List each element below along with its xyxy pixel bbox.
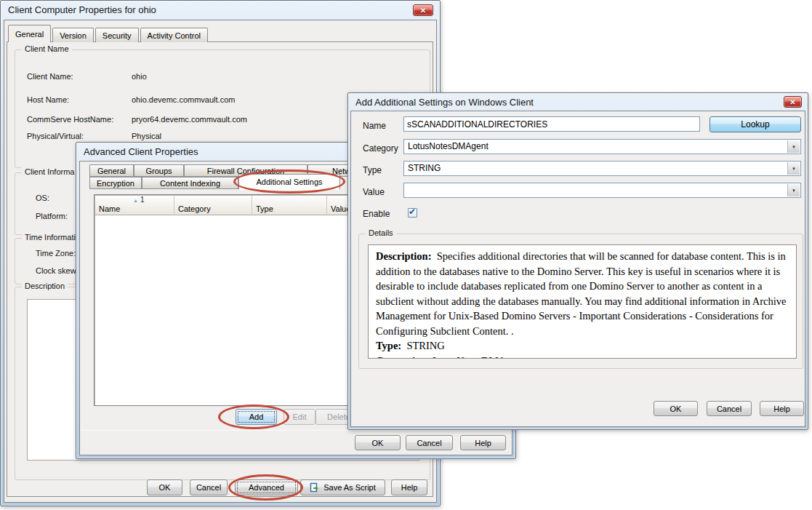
save-as-script-button[interactable]: Save As Script — [300, 479, 385, 495]
time-zone-label: Time Zone: — [36, 249, 76, 258]
commserve-hostname-label: CommServe HostName: — [27, 115, 113, 124]
adv-help-button[interactable]: Help — [460, 435, 506, 450]
edit-button[interactable]: Edit — [284, 409, 315, 425]
column-header-category[interactable]: Category — [174, 196, 252, 215]
tab-security-label: Security — [102, 31, 132, 40]
type-dropdown-icon[interactable]: ▼ — [787, 162, 800, 175]
details-categories-label: Categories: — [376, 355, 427, 359]
cancel-button-label: Cancel — [196, 483, 221, 492]
add-dlg-ok-button[interactable]: OK — [654, 401, 698, 416]
adv-tab-content-indexing-label: Content Indexing — [160, 179, 220, 188]
tab-security[interactable]: Security — [95, 28, 139, 42]
physical-virtual-label: Physical/Virtual: — [27, 132, 84, 140]
sort-asc-icon: ▲ — [133, 198, 138, 203]
add-dlg-help-button[interactable]: Help — [760, 401, 804, 416]
add-button[interactable]: Add — [236, 409, 277, 425]
platform-label: Platform: — [36, 212, 68, 220]
details-description-text: Specifies additional directories that wi… — [376, 250, 786, 337]
client-name-label: Client Name: — [27, 72, 73, 81]
column-type-label: Type — [256, 204, 273, 213]
tab-general-label: General — [15, 30, 44, 39]
desktop: Client Computer Properties for ohio ✕ Ge… — [0, 0, 812, 510]
column-header-type[interactable]: Type — [252, 196, 327, 215]
advanced-dialog-title: Advanced Client Properties — [84, 146, 198, 157]
tab-version-label: Version — [60, 31, 87, 40]
tab-general[interactable]: General — [8, 25, 51, 42]
value-label: Value — [363, 187, 385, 197]
adv-tab-additional-settings[interactable]: Additional Settings — [238, 174, 340, 190]
client-name-value: ohio — [132, 72, 147, 81]
tab-version[interactable]: Version — [52, 28, 94, 42]
details-group-label: Details — [366, 228, 396, 237]
adv-ok-button[interactable]: OK — [355, 435, 401, 450]
add-dialog-close-glyph: ✕ — [789, 98, 795, 106]
host-name-label: Host Name: — [27, 95, 69, 104]
help-button[interactable]: Help — [391, 479, 427, 495]
adv-tab-groups-label: Groups — [145, 167, 172, 175]
checkmark-icon: ✔ — [409, 207, 416, 217]
type-value: STRING — [408, 163, 441, 173]
add-dialog-title: Add Additional Settings on Windows Clien… — [355, 97, 534, 108]
close-glyph: ✕ — [420, 7, 426, 15]
ok-button-label: OK — [159, 483, 171, 492]
add-dlg-cancel-label: Cancel — [717, 405, 741, 413]
add-dialog-body: Name Lookup Category LotusNotesDMAgent ▼… — [350, 111, 805, 427]
enable-checkbox[interactable]: ✔ — [408, 208, 417, 218]
details-type-label: Type: — [376, 340, 401, 351]
column-header-name[interactable]: Name ▲ 1 — [95, 196, 174, 215]
cancel-button[interactable]: Cancel — [190, 479, 228, 495]
advanced-button-label: Advanced — [249, 483, 284, 492]
value-dropdown-icon[interactable]: ▼ — [787, 184, 800, 196]
save-as-script-label: Save As Script — [323, 483, 376, 492]
adv-cancel-label: Cancel — [417, 439, 441, 447]
category-value: LotusNotesDMAgent — [408, 141, 489, 151]
details-text: Description: Specifies additional direct… — [368, 244, 797, 359]
add-additional-settings-dialog: Add Additional Settings on Windows Clien… — [347, 92, 808, 430]
sort-indicator: ▲ 1 — [133, 196, 145, 204]
description-group-label: Description — [22, 282, 68, 290]
lookup-button[interactable]: Lookup — [710, 116, 801, 132]
name-input[interactable] — [403, 116, 700, 132]
add-dialog-titlebar[interactable]: Add Additional Settings on Windows Clien… — [348, 93, 808, 111]
category-combobox[interactable]: LotusNotesDMAgent ▼ — [403, 139, 801, 154]
category-dropdown-icon[interactable]: ▼ — [787, 140, 800, 153]
os-label: OS: — [36, 194, 49, 202]
add-dlg-cancel-button[interactable]: Cancel — [707, 401, 752, 416]
adv-help-label: Help — [475, 439, 491, 447]
adv-tab-encryption-label: Encryption — [97, 179, 134, 188]
adv-tab-groups[interactable]: Groups — [134, 164, 184, 177]
category-label: Category — [363, 143, 398, 154]
add-dlg-ok-label: OK — [670, 405, 682, 413]
value-combobox[interactable]: ▼ — [403, 183, 801, 198]
help-button-label: Help — [401, 483, 418, 492]
client-dialog-title: Client Computer Properties for ohio — [8, 4, 156, 15]
client-name-group-label: Client Name — [22, 44, 72, 53]
type-arrow-glyph: ▼ — [792, 167, 796, 171]
adv-tab-general-label: General — [97, 167, 126, 175]
add-button-label: Add — [249, 413, 264, 421]
type-combobox[interactable]: STRING ▼ — [403, 161, 801, 176]
adv-tab-encryption[interactable]: Encryption — [89, 177, 142, 189]
advanced-button[interactable]: Advanced — [235, 479, 298, 495]
details-type-value: STRING — [406, 340, 444, 351]
host-name-value: ohio.devemc.commvault.com — [132, 95, 235, 104]
adv-tab-general[interactable]: General — [89, 164, 134, 177]
adv-tab-content-indexing[interactable]: Content Indexing — [142, 177, 238, 189]
enable-label: Enable — [363, 209, 390, 219]
close-icon[interactable]: ✕ — [413, 4, 433, 16]
clock-skew-label: Clock skew — [36, 266, 76, 275]
add-dlg-help-label: Help — [773, 405, 790, 413]
time-information-group-label: Time Informati — [22, 233, 79, 242]
edit-button-label: Edit — [293, 413, 307, 421]
type-label: Type — [363, 165, 382, 175]
client-information-group-label: Client Informa — [22, 167, 77, 176]
details-categories-value: LotusNotesDMAgent — [433, 355, 524, 359]
client-dialog-titlebar[interactable]: Client Computer Properties for ohio — [1, 1, 440, 19]
add-dialog-close-icon[interactable]: ✕ — [784, 96, 802, 108]
ok-button[interactable]: OK — [147, 479, 182, 495]
commserve-hostname-value: pryor64.devemc.commvault.com — [132, 115, 247, 124]
value-arrow-glyph: ▼ — [792, 188, 796, 193]
tab-activity-control[interactable]: Activity Control — [140, 28, 208, 42]
column-name-label: Name — [99, 204, 120, 213]
adv-cancel-button[interactable]: Cancel — [406, 435, 453, 450]
